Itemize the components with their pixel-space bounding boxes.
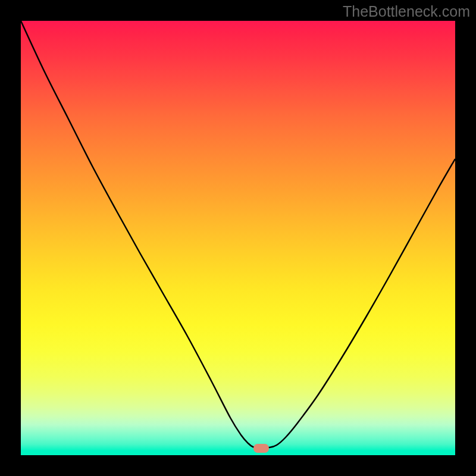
optimal-point-marker	[253, 444, 269, 453]
chart-curve-svg	[21, 21, 455, 455]
watermark-text: TheBottleneck.com	[343, 3, 470, 20]
bottleneck-curve	[21, 21, 455, 447]
chart-plot-area	[21, 21, 455, 455]
